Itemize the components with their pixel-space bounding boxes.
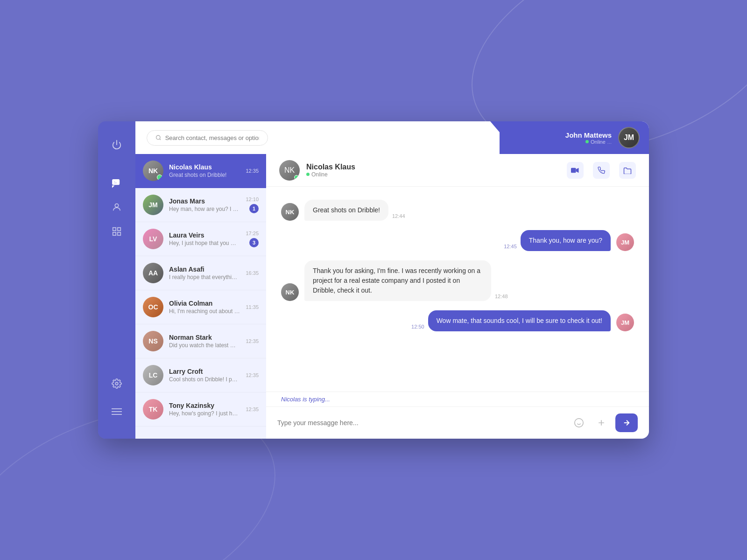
header: John Mattews Online ... JM	[135, 121, 649, 154]
svg-rect-2	[114, 181, 116, 182]
send-button[interactable]	[615, 413, 638, 432]
header-avatar: JM	[618, 127, 640, 148]
contact-time-larry-croft: 12:35	[246, 372, 259, 378]
contact-preview-laura-veirs: Hey, I just hope that you will...	[169, 240, 240, 246]
msg-bubble-msg1: Great shots on Dribble!	[304, 200, 388, 221]
msg-avatar-msg1: NK	[281, 203, 299, 221]
chat-input-area	[266, 406, 649, 439]
contact-item-larry-croft[interactable]: LCLarry CroftCool shots on Dribble! I pe…	[135, 358, 266, 392]
emoji-icon	[574, 418, 584, 428]
video-icon	[571, 167, 579, 174]
msg-avatar-msg4: JM	[616, 314, 634, 331]
msg-avatar-msg3: NK	[281, 283, 299, 301]
online-indicator	[294, 175, 299, 180]
contact-panel: NKNicolas KlausGreat shots on Dribble!12…	[135, 154, 266, 439]
settings-nav-icon[interactable]	[106, 373, 127, 394]
svg-point-4	[115, 204, 118, 207]
search-input[interactable]	[165, 134, 259, 141]
folder-icon	[623, 167, 632, 174]
contact-name-tony-kazinsky: Tony Kazinsky	[169, 402, 240, 409]
chat-messages: NKGreat shots on Dribble!12:44JMThank yo…	[266, 187, 649, 392]
contact-time-tony-kazinsky: 12:35	[246, 406, 259, 412]
app-container: John Mattews Online ... JM NKNicolas K	[98, 121, 649, 439]
chat-contact-name: Nicolas Klaus	[306, 163, 560, 171]
contact-avatar-jonas-mars: JM	[143, 195, 163, 215]
status-dot	[585, 140, 589, 143]
chat-header-info: Nicolas Klaus Online	[306, 163, 560, 178]
contact-time-norman-stark: 12:35	[246, 338, 259, 344]
contact-avatar-laura-veirs: LV	[143, 229, 163, 249]
svg-line-14	[160, 139, 161, 140]
contact-item-olivia-colman[interactable]: OCOlivia ColmanHi, I'm reaching out abou…	[135, 290, 266, 324]
contact-item-laura-veirs[interactable]: LVLaura VeirsHey, I just hope that you w…	[135, 222, 266, 256]
attach-button[interactable]	[593, 414, 610, 431]
svg-rect-1	[113, 180, 120, 185]
svg-rect-7	[113, 232, 116, 235]
svg-point-16	[575, 419, 583, 427]
contact-time-laura-veirs: 17:25	[246, 231, 259, 236]
contact-item-norman-stark[interactable]: NSNorman StarkDid you watch the latest m…	[135, 324, 266, 358]
contacts-nav-icon[interactable]	[106, 197, 127, 217]
contact-name-nicolas-klaus: Nicolas Klaus	[169, 163, 240, 171]
chat-contact-avatar: NK	[279, 160, 300, 181]
contact-time-aslan-asafi: 16:35	[246, 270, 259, 276]
phone-call-button[interactable]	[593, 162, 610, 179]
contact-name-larry-croft: Larry Croft	[169, 368, 240, 375]
menu-nav-icon[interactable]	[106, 401, 127, 422]
chat-header-actions	[567, 162, 636, 179]
contact-time-olivia-colman: 11:35	[246, 304, 259, 310]
contact-preview-tony-kazinsky: Hey, how's going? I just hea...	[169, 410, 240, 417]
contact-item-jonas-mars[interactable]: JMJonas MarsHey man, how are you? I he..…	[135, 188, 266, 222]
contact-badge-laura-veirs: 3	[249, 238, 259, 247]
message-row-msg3: NKThank you for asking, I'm fine. I was …	[281, 260, 634, 301]
chat-status-dot	[306, 173, 310, 176]
contact-name-aslan-asafi: Aslan Asafi	[169, 266, 240, 273]
contact-item-nicolas-klaus[interactable]: NKNicolas KlausGreat shots on Dribble!12…	[135, 154, 266, 188]
msg-bubble-msg3: Thank you for asking, I'm fine. I was re…	[304, 260, 491, 301]
message-row-msg4: JMWow mate, that sounds cool, I will be …	[281, 310, 634, 331]
chat-panel: NK Nicolas Klaus Online	[266, 154, 649, 439]
search-bar[interactable]	[147, 130, 268, 146]
header-user-info: John Mattews Online ...	[565, 131, 612, 145]
svg-rect-6	[118, 228, 120, 231]
video-call-button[interactable]	[567, 162, 584, 179]
message-row-msg1: NKGreat shots on Dribble!12:44	[281, 200, 634, 221]
emoji-button[interactable]	[571, 414, 587, 431]
typing-indicator: Nicolas is typing...	[266, 392, 649, 406]
msg-time-msg3: 12:48	[495, 294, 508, 299]
send-icon	[622, 419, 631, 427]
msg-time-msg4: 12:50	[411, 324, 424, 329]
svg-rect-5	[113, 228, 116, 231]
svg-rect-15	[571, 168, 576, 173]
contact-avatar-nicolas-klaus: NK	[143, 161, 163, 181]
svg-rect-8	[118, 232, 120, 235]
contact-item-aslan-asafi[interactable]: AAAslan AsafiI really hope that everythi…	[135, 256, 266, 290]
contact-preview-larry-croft: Cool shots on Dribble! I per...	[169, 376, 240, 383]
power-icon[interactable]	[106, 134, 127, 155]
folder-button[interactable]	[619, 162, 636, 179]
msg-avatar-msg2: JM	[616, 233, 634, 251]
header-user-name: John Mattews	[565, 131, 612, 139]
contact-time-nicolas-klaus: 12:35	[246, 168, 259, 174]
header-user-status: Online ...	[565, 139, 612, 145]
contact-time-jonas-mars: 12:10	[246, 196, 259, 202]
contact-name-olivia-colman: Olivia Colman	[169, 300, 240, 307]
chat-header: NK Nicolas Klaus Online	[266, 154, 649, 187]
contact-name-laura-veirs: Laura Veirs	[169, 231, 240, 239]
sidebar	[98, 121, 135, 439]
grid-nav-icon[interactable]	[106, 221, 127, 242]
contact-avatar-tony-kazinsky: TK	[143, 399, 163, 420]
header-right: John Mattews Online ... JM	[500, 121, 649, 154]
contact-preview-olivia-colman: Hi, I'm reaching out about th...	[169, 308, 240, 315]
contact-avatar-aslan-asafi: AA	[143, 263, 163, 283]
contact-preview-nicolas-klaus: Great shots on Dribble!	[169, 172, 240, 178]
svg-point-9	[115, 382, 118, 385]
chat-contact-status: Online	[306, 171, 560, 178]
message-input[interactable]	[277, 415, 565, 430]
msg-bubble-msg2: Thank you, how are you?	[521, 230, 611, 251]
svg-point-13	[156, 135, 160, 139]
contact-avatar-larry-croft: LC	[143, 365, 163, 385]
chat-nav-icon[interactable]	[106, 173, 127, 193]
contact-item-tony-kazinsky[interactable]: TKTony KazinskyHey, how's going? I just …	[135, 392, 266, 427]
contact-preview-aslan-asafi: I really hope that everything is...	[169, 274, 240, 280]
